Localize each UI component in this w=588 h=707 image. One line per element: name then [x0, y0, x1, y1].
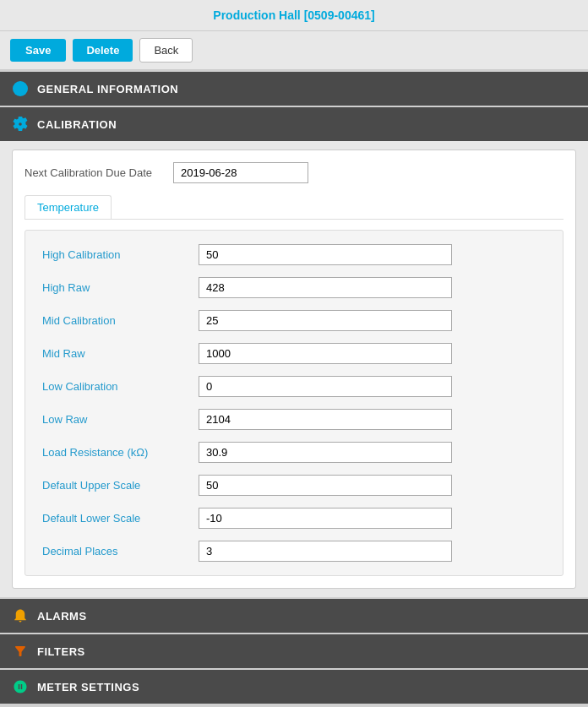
field-input[interactable] [199, 409, 452, 430]
meter-settings-label: METER SETTINGS [37, 681, 139, 693]
calibration-label: CALIBRATION [37, 118, 117, 131]
table-row: Low Raw [42, 409, 546, 430]
back-button[interactable]: Back [139, 38, 193, 63]
next-calib-label: Next Calibration Due Date [24, 166, 160, 179]
gear-icon [12, 116, 29, 133]
field-input[interactable] [199, 442, 452, 463]
save-button[interactable]: Save [10, 39, 66, 62]
table-row: Decimal Places [42, 541, 546, 562]
alarm-icon [12, 607, 29, 624]
alarms-label: ALARMS [37, 610, 87, 623]
next-calib-input[interactable] [173, 162, 308, 183]
field-input[interactable] [199, 541, 452, 562]
tab-temperature-label: Temperature [37, 201, 99, 214]
calibration-content-area: Next Calibration Due Date Temperature Hi… [0, 141, 588, 597]
field-input[interactable] [199, 343, 452, 364]
field-label: High Raw [42, 281, 199, 294]
field-label: Mid Raw [42, 347, 199, 360]
alarms-section: ALARMS [0, 599, 588, 633]
top-bar: Production Hall [0509-00461] [0, 0, 588, 31]
info-circle-icon [12, 80, 29, 97]
table-row: Default Lower Scale [42, 508, 546, 529]
field-input[interactable] [199, 508, 452, 529]
table-row: High Calibration [42, 244, 546, 265]
fields-panel: High CalibrationHigh RawMid CalibrationM… [24, 230, 564, 576]
filters-section: FILTERS [0, 634, 588, 668]
tab-temperature[interactable]: Temperature [24, 195, 112, 219]
table-row: Mid Raw [42, 343, 546, 364]
field-label: Default Upper Scale [42, 479, 199, 492]
table-row: Default Upper Scale [42, 475, 546, 496]
calibration-section: CALIBRATION Next Calibration Due Date Te… [0, 107, 588, 597]
field-label: Mid Calibration [42, 314, 199, 327]
calibration-header[interactable]: CALIBRATION [0, 107, 588, 141]
table-row: High Raw [42, 277, 546, 298]
field-input[interactable] [199, 475, 452, 496]
table-row: Low Calibration [42, 376, 546, 397]
filters-label: FILTERS [37, 645, 85, 658]
meter-icon [12, 678, 29, 695]
field-input[interactable] [199, 244, 452, 265]
field-label: Default Lower Scale [42, 512, 199, 525]
field-input[interactable] [199, 310, 452, 331]
general-info-section: GENERAL INFORMATION [0, 72, 588, 106]
field-label: High Calibration [42, 248, 199, 261]
general-info-label: GENERAL INFORMATION [37, 83, 178, 95]
alarms-header[interactable]: ALARMS [0, 599, 588, 633]
field-label: Low Raw [42, 413, 199, 426]
delete-button[interactable]: Delete [73, 39, 133, 62]
meter-settings-section: METER SETTINGS [0, 670, 588, 704]
filter-icon [12, 643, 29, 660]
field-label: Low Calibration [42, 380, 199, 393]
tab-bar: Temperature [24, 195, 564, 220]
field-label: Load Resistance (kΩ) [42, 446, 199, 459]
next-calib-row: Next Calibration Due Date [24, 162, 564, 183]
field-input[interactable] [199, 277, 452, 298]
field-input[interactable] [199, 376, 452, 397]
calibration-panel: Next Calibration Due Date Temperature Hi… [12, 150, 576, 589]
meter-settings-header[interactable]: METER SETTINGS [0, 670, 588, 704]
field-label: Decimal Places [42, 545, 199, 557]
general-info-header[interactable]: GENERAL INFORMATION [0, 72, 588, 106]
toolbar: Save Delete Back [0, 31, 588, 70]
page-title: Production Hall [0509-00461] [213, 8, 374, 22]
table-row: Load Resistance (kΩ) [42, 442, 546, 463]
table-row: Mid Calibration [42, 310, 546, 331]
filters-header[interactable]: FILTERS [0, 634, 588, 668]
